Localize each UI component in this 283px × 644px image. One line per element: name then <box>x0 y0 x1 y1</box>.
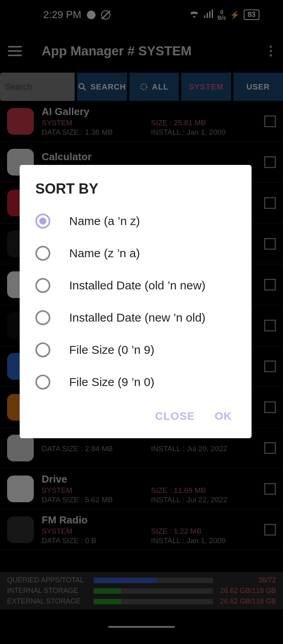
radio-icon <box>35 214 50 229</box>
sort-option[interactable]: Name (z ’n a) <box>20 237 252 269</box>
radio-label: Name (z ’n a) <box>69 247 140 260</box>
sort-option[interactable]: File Size (9 ’n 0) <box>20 366 252 398</box>
dialog-title: SORT BY <box>20 181 252 205</box>
radio-label: Name (a ’n z) <box>69 214 140 228</box>
radio-icon <box>35 310 50 325</box>
sort-option[interactable]: Installed Date (new ’n old) <box>20 302 252 334</box>
sort-dialog: SORT BY Name (a ’n z) Name (z ’n a) Inst… <box>20 165 252 438</box>
sort-option[interactable]: File Size (0 ’n 9) <box>20 334 252 366</box>
radio-label: Installed Date (new ’n old) <box>69 311 206 324</box>
sort-option[interactable]: Name (a ’n z) <box>20 205 252 237</box>
radio-icon <box>35 375 50 390</box>
radio-icon <box>35 246 50 261</box>
radio-label: Installed Date (old ’n new) <box>69 279 206 292</box>
close-button[interactable]: CLOSE <box>155 410 195 423</box>
radio-label: File Size (0 ’n 9) <box>69 343 154 357</box>
ok-button[interactable]: OK <box>215 410 232 423</box>
radio-label: File Size (9 ’n 0) <box>69 375 154 389</box>
radio-icon <box>35 342 50 357</box>
sort-option[interactable]: Installed Date (old ’n new) <box>20 269 252 302</box>
radio-icon <box>35 278 50 293</box>
